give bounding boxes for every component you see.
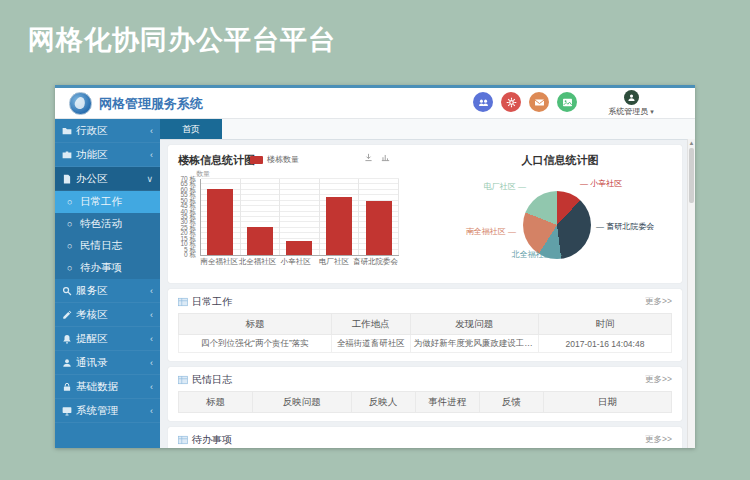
bar-chart-icon[interactable] — [381, 153, 390, 162]
pie-slice-label: 电厂社区 — — [462, 181, 526, 192]
vertical-scrollbar[interactable]: ▲ — [687, 139, 695, 448]
chevron-left-icon: ‹ — [150, 382, 153, 392]
section-todo-items: 待办事项 更多>> 标题发布人发布部门信息类别创建时间过期时间状态 — [168, 427, 682, 448]
x-category-label: 小辛社区 — [277, 257, 315, 267]
sidebar-item-gongnengqu[interactable]: 功能区‹ — [55, 143, 160, 167]
gear-icon[interactable] — [501, 92, 521, 112]
bar — [207, 189, 233, 255]
photo-icon[interactable] — [557, 92, 577, 112]
sidebar-item-fuwuqu[interactable]: 服务区‹ — [55, 279, 160, 303]
app-logo — [69, 92, 92, 115]
sidebar-subitem-daibanshixiang[interactable]: ○待办事项 — [55, 257, 160, 279]
table-icon — [178, 297, 188, 307]
user-menu[interactable]: 系统管理员 ▾ — [601, 90, 661, 117]
scroll-up-icon[interactable]: ▲ — [688, 140, 695, 146]
pie-slice-label: 南全福社区 — — [444, 226, 516, 237]
x-category-label: 北全福社区 — [238, 257, 276, 267]
user-icon — [62, 358, 76, 368]
scrollbar-thumb[interactable] — [689, 148, 694, 203]
tab-bar: 首页 — [160, 119, 695, 140]
app-header: 网格管理服务系统 系统管理员 ▾ — [55, 88, 695, 119]
chevron-left-icon: ‹ — [150, 126, 153, 136]
chevron-left-icon: ‹ — [150, 150, 153, 160]
chevron-left-icon: ‹ — [150, 334, 153, 344]
sidebar-item-tixingqu[interactable]: 提醒区‹ — [55, 327, 160, 351]
bell-icon — [62, 334, 76, 344]
circle-bullet-icon: ○ — [67, 241, 80, 251]
sidebar-subitem-richanggongzuo[interactable]: ○日常工作 — [55, 191, 160, 213]
section-title: 日常工作 — [192, 295, 232, 309]
file-icon — [62, 174, 76, 184]
bar-chart-legend: 楼栋数量 — [250, 154, 299, 165]
x-category-label: 畜研北院委会 — [353, 257, 398, 267]
tab-home[interactable]: 首页 — [160, 119, 222, 139]
circle-bullet-icon: ○ — [67, 219, 80, 229]
column-header: 标题 — [179, 314, 332, 335]
more-link[interactable]: 更多>> — [645, 374, 672, 386]
search-icon — [62, 286, 76, 296]
data-table: 标题工作地点发现问题时间四个到位强化“两个责任”落实全福街道畜研社区为做好新年度… — [178, 313, 672, 353]
more-link[interactable]: 更多>> — [645, 296, 672, 308]
column-header: 发现问题 — [410, 314, 538, 335]
sidebar: 行政区‹功能区‹办公区∨○日常工作○特色活动○民情日志○待办事项服务区‹考核区‹… — [55, 119, 160, 448]
bar-chart-x-labels: 南全福社区北全福社区小辛社区电厂社区畜研北院委会 — [200, 257, 398, 267]
users-icon[interactable] — [473, 92, 493, 112]
section-daily-work: 日常工作 更多>> 标题工作地点发现问题时间四个到位强化“两个责任”落实全福街道… — [168, 289, 682, 361]
column-header: 反映问题 — [252, 392, 351, 413]
pie-slice-label: — 小辛社区 — [580, 178, 650, 189]
chevron-left-icon: ‹ — [150, 406, 153, 416]
bar — [326, 197, 352, 255]
sidebar-item-kaohequ[interactable]: 考核区‹ — [55, 303, 160, 327]
more-link[interactable]: 更多>> — [645, 434, 672, 446]
bar-chart-title: 楼栋信息统计图 — [178, 153, 255, 168]
circle-bullet-icon: ○ — [67, 263, 80, 273]
circle-bullet-icon: ○ — [67, 197, 80, 207]
table-icon — [178, 435, 188, 445]
pencil-icon — [62, 310, 76, 320]
chart-toolbox — [364, 153, 390, 162]
bar — [286, 241, 312, 255]
section-title: 待办事项 — [192, 433, 232, 447]
sidebar-subitem-minqingrizhi[interactable]: ○民情日志 — [55, 235, 160, 257]
charts-panel: 楼栋信息统计图 数量 楼栋数量 — [168, 145, 682, 283]
sidebar-item-tongxunlu[interactable]: 通讯录‹ — [55, 351, 160, 375]
sidebar-item-jichushuju[interactable]: 基础数据‹ — [55, 375, 160, 399]
download-icon[interactable] — [364, 153, 373, 162]
page-title: 网格化协同办公平台平台 — [28, 22, 336, 58]
chevron-left-icon: ‹ — [150, 358, 153, 368]
column-header: 事件进程 — [415, 392, 479, 413]
legend-swatch — [250, 156, 263, 164]
content-area: 楼栋信息统计图 数量 楼栋数量 — [160, 139, 688, 448]
header-quick-icons — [473, 92, 577, 112]
main-content: 首页 楼栋信息统计图 数量 楼栋数量 — [160, 119, 695, 448]
app-body: 行政区‹功能区‹办公区∨○日常工作○特色活动○民情日志○待办事项服务区‹考核区‹… — [55, 119, 695, 448]
bar-chart-plot — [200, 179, 399, 256]
page-background: 网格化协同办公平台平台 网格管理服务系统 — [0, 0, 750, 480]
pie-slice-label: — 畜研北院委会 — [596, 221, 676, 232]
sidebar-item-bangongqu[interactable]: 办公区∨ — [55, 167, 160, 191]
column-header: 标题 — [179, 392, 253, 413]
app-window: 网格管理服务系统 系统管理员 ▾ — [55, 85, 695, 448]
pie-slice-label: 北全福社区 — — [486, 249, 562, 260]
column-header: 时间 — [538, 314, 671, 335]
mail-icon[interactable] — [529, 92, 549, 112]
sidebar-subitem-tesehuodong[interactable]: ○特色活动 — [55, 213, 160, 235]
sidebar-item-xingzhengqu[interactable]: 行政区‹ — [55, 119, 160, 143]
section-public-sentiment-log: 民情日志 更多>> 标题反映问题反映人事件进程反馈日期 — [168, 367, 682, 421]
sidebar-item-xitongguanli[interactable]: 系统管理‹ — [55, 399, 160, 423]
briefcase-icon — [62, 150, 76, 160]
table-icon — [178, 375, 188, 385]
chevron-left-icon: ‹ — [150, 310, 153, 320]
data-table: 标题反映问题反映人事件进程反馈日期 — [178, 391, 672, 413]
x-category-label: 南全福社区 — [200, 257, 238, 267]
bar — [366, 201, 392, 255]
y-tick-label: 70 栋 — [180, 175, 196, 184]
x-category-label: 电厂社区 — [315, 257, 353, 267]
person-icon — [624, 90, 639, 105]
legend-label: 楼栋数量 — [267, 154, 299, 165]
section-title: 民情日志 — [192, 373, 232, 387]
column-header: 日期 — [543, 392, 671, 413]
table-row[interactable]: 四个到位强化“两个责任”落实全福街道畜研社区为做好新年度党风廉政建设工作，进一步… — [179, 335, 672, 353]
bar-chart-y-ticks: 0 栋5 栋10 栋15 栋20 栋25 栋30 栋35 栋40 栋45 栋50… — [168, 179, 198, 255]
chevron-left-icon: ‹ — [150, 286, 153, 296]
